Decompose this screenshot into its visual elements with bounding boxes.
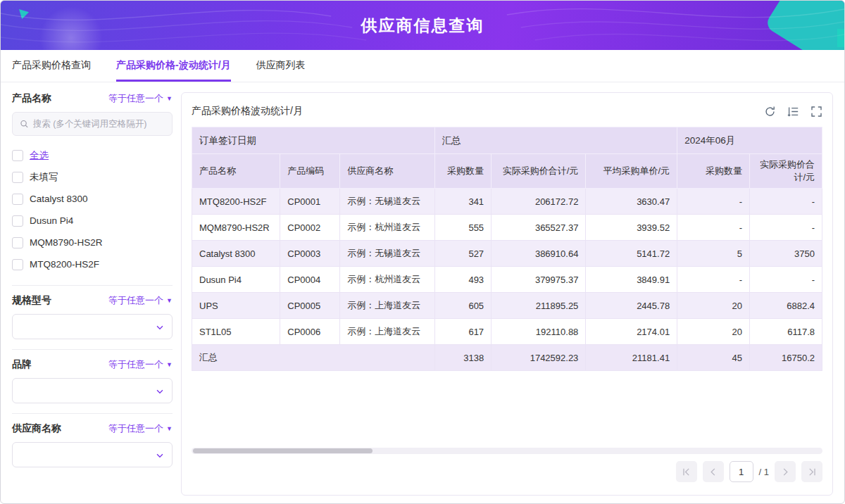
group-header-cell: 汇总 bbox=[434, 127, 677, 154]
table-row[interactable]: MQM8790-HS2RCP0002示例：杭州道友云555365527.3739… bbox=[192, 215, 822, 241]
caret-down-icon: ▼ bbox=[166, 298, 173, 304]
filter-operator-dropdown[interactable]: 等于任意一个▼ bbox=[108, 358, 173, 371]
sidebar-divider bbox=[12, 285, 173, 286]
table-cell: - bbox=[677, 189, 750, 215]
table-cell: 3750 bbox=[750, 241, 822, 267]
filter-sidebar: 产品名称 等于任意一个 ▼ 全选 未填写Catalyst 8300Dusun P… bbox=[12, 92, 173, 496]
product-name-operator-dropdown[interactable]: 等于任意一个 ▼ bbox=[108, 92, 173, 105]
table-row[interactable]: Dusun Pi4CP0004示例：杭州道友云493379975.373849.… bbox=[192, 267, 822, 293]
product-options-list: 未填写Catalyst 8300Dusun Pi4MQM8790-HS2RMTQ… bbox=[12, 166, 173, 275]
column-header-cell: 供应商名称 bbox=[340, 154, 434, 189]
filter-operator-label: 等于任意一个 bbox=[108, 358, 163, 371]
product-option-checkbox[interactable] bbox=[12, 237, 23, 248]
sidebar-divider bbox=[12, 349, 173, 350]
caret-down-icon: ▼ bbox=[166, 96, 173, 102]
product-name-operator-label: 等于任意一个 bbox=[108, 92, 163, 105]
table-cell: 211895.25 bbox=[492, 293, 586, 319]
product-option-checkbox[interactable] bbox=[12, 194, 23, 205]
table-empty-area bbox=[192, 371, 822, 443]
table-cell: MTQ8200-HS2F bbox=[192, 189, 280, 215]
table-cell: 示例：无锡道友云 bbox=[340, 241, 434, 267]
table-cell: 示例：上海道友云 bbox=[340, 319, 434, 345]
table-cell: 2445.78 bbox=[586, 293, 677, 319]
current-page-input[interactable]: 1 bbox=[730, 461, 753, 482]
product-option-label: Dusun Pi4 bbox=[30, 215, 73, 226]
table-cell: CP0006 bbox=[280, 319, 340, 345]
filter-select[interactable] bbox=[12, 442, 173, 467]
product-option[interactable]: MTQ8200-HS2F bbox=[12, 253, 173, 275]
filter-operator-dropdown[interactable]: 等于任意一个▼ bbox=[108, 294, 173, 307]
statistics-panel: 产品采购价格波动统计/月 bbox=[181, 92, 833, 496]
last-page-button[interactable] bbox=[801, 461, 822, 482]
filter-label: 供应商名称 bbox=[12, 422, 61, 435]
tab-bar: 产品采购价格查询 产品采购价格-波动统计/月 供应商列表 bbox=[1, 50, 844, 82]
tab-purchase-price-query[interactable]: 产品采购价格查询 bbox=[12, 50, 91, 82]
tab-price-fluctuation-monthly[interactable]: 产品采购价格-波动统计/月 bbox=[116, 50, 231, 82]
horizontal-scrollbar-thumb[interactable] bbox=[193, 448, 373, 453]
table-cell: 示例：上海道友云 bbox=[340, 293, 434, 319]
refresh-icon[interactable] bbox=[764, 106, 776, 118]
summary-value-cell: 21181.41 bbox=[586, 345, 677, 371]
table-cell: 605 bbox=[434, 293, 492, 319]
table-cell: 5141.72 bbox=[586, 241, 677, 267]
select-all-option[interactable]: 全选 bbox=[12, 144, 173, 166]
panel-title: 产品采购价格波动统计/月 bbox=[192, 105, 303, 118]
product-option-label: MQM8790-HS2R bbox=[30, 237, 103, 248]
table-cell: 555 bbox=[434, 215, 492, 241]
column-header-cell: 产品编码 bbox=[280, 154, 340, 189]
table-row[interactable]: ST1L05CP0006示例：上海道友云617192110.882174.012… bbox=[192, 319, 822, 345]
filter-label: 品牌 bbox=[12, 358, 32, 371]
product-option[interactable]: 未填写 bbox=[12, 166, 173, 188]
table-cell: 386910.64 bbox=[492, 241, 586, 267]
product-option-checkbox[interactable] bbox=[12, 215, 23, 227]
horizontal-scrollbar-track[interactable] bbox=[192, 448, 822, 454]
content-area: 产品名称 等于任意一个 ▼ 全选 未填写Catalyst 8300Dusun P… bbox=[1, 82, 844, 504]
first-page-button[interactable] bbox=[676, 461, 697, 482]
next-page-button[interactable] bbox=[775, 461, 796, 482]
product-option[interactable]: Catalyst 8300 bbox=[12, 188, 173, 210]
filter-operator-label: 等于任意一个 bbox=[108, 422, 163, 435]
table-cell: - bbox=[677, 267, 750, 293]
product-option-checkbox[interactable] bbox=[12, 172, 23, 183]
table-row[interactable]: Catalyst 8300CP0003示例：无锡道友云527386910.645… bbox=[192, 241, 822, 267]
table-cell: 206172.72 bbox=[492, 189, 586, 215]
product-option[interactable]: MQM8790-HS2R bbox=[12, 232, 173, 253]
tab-supplier-list[interactable]: 供应商列表 bbox=[256, 50, 306, 82]
table-cell: 20 bbox=[677, 293, 750, 319]
product-option[interactable]: Dusun Pi4 bbox=[12, 210, 173, 232]
column-header-cell: 实际采购价合计/元 bbox=[492, 154, 586, 189]
table-cell: 617 bbox=[434, 319, 492, 345]
product-option-label: Catalyst 8300 bbox=[30, 194, 88, 204]
table-cell: 527 bbox=[434, 241, 492, 267]
summary-value-cell: 16750.2 bbox=[750, 345, 822, 371]
filter-select[interactable] bbox=[12, 314, 173, 339]
filter-operator-dropdown[interactable]: 等于任意一个▼ bbox=[108, 422, 173, 435]
table-cell: 5 bbox=[677, 241, 750, 267]
previous-page-button[interactable] bbox=[703, 461, 724, 482]
row-settings-icon[interactable] bbox=[787, 106, 799, 118]
table-cell: 示例：无锡道友云 bbox=[340, 189, 434, 215]
select-all-checkbox[interactable] bbox=[12, 150, 23, 161]
product-search-input[interactable] bbox=[33, 119, 165, 129]
group-header-cell: 订单签订日期 bbox=[192, 127, 435, 154]
summary-value-cell: 1742592.23 bbox=[492, 345, 586, 371]
summary-label-cell: 汇总 bbox=[192, 345, 435, 371]
table-cell: 3630.47 bbox=[586, 189, 677, 215]
fullscreen-icon[interactable] bbox=[810, 106, 822, 118]
table-row[interactable]: UPSCP0005示例：上海道友云605211895.252445.782068… bbox=[192, 293, 822, 319]
table-cell: CP0003 bbox=[280, 241, 340, 267]
table-cell: 3939.52 bbox=[586, 215, 677, 241]
table-cell: 341 bbox=[434, 189, 492, 215]
product-option-checkbox[interactable] bbox=[12, 259, 23, 270]
page-banner: 供应商信息查询 bbox=[1, 1, 844, 50]
table-cell: CP0004 bbox=[280, 267, 340, 293]
filter-select[interactable] bbox=[12, 378, 173, 403]
column-header-cell: 采购数量 bbox=[677, 154, 750, 189]
table-cell: - bbox=[750, 215, 822, 241]
product-option-label: 未填写 bbox=[30, 171, 58, 184]
table-cell: 示例：杭州道友云 bbox=[340, 267, 434, 293]
table-row[interactable]: MTQ8200-HS2FCP0001示例：无锡道友云341206172.7236… bbox=[192, 189, 822, 215]
product-name-filter-label: 产品名称 bbox=[12, 92, 51, 105]
caret-down-icon: ▼ bbox=[166, 362, 173, 368]
table-cell: - bbox=[750, 189, 822, 215]
